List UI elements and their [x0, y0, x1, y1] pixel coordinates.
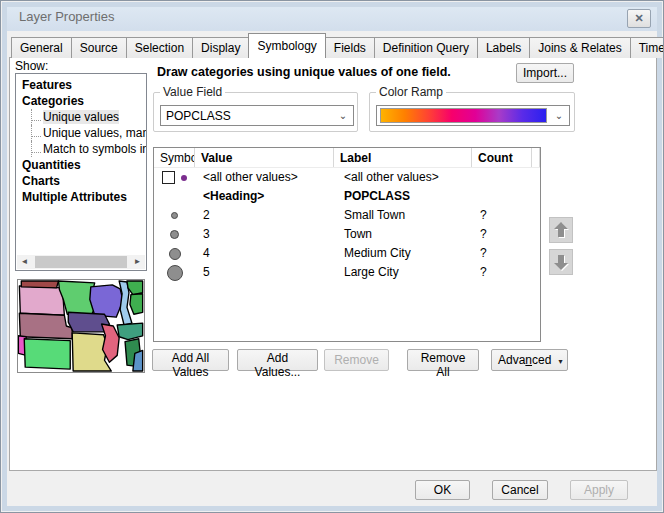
tab-bar: GeneralSourceSelectionDisplaySymbologyFi…	[11, 36, 664, 58]
count-cell: ?	[472, 263, 532, 282]
add-values-button[interactable]: Add Values...	[237, 349, 318, 371]
tree-connector-icon	[32, 117, 41, 121]
count-cell: ?	[472, 244, 532, 263]
horizontal-scrollbar[interactable]: ◄ ►	[17, 255, 145, 269]
point-symbol-icon	[169, 248, 181, 260]
symbology-map-preview	[17, 279, 145, 373]
scrollbar-thumb[interactable]	[35, 256, 127, 268]
symbol-table[interactable]: SymbolValueLabelCount <all other values>…	[153, 147, 541, 342]
label-cell: Medium City	[334, 244, 472, 263]
column-header-count[interactable]: Count	[472, 148, 532, 167]
value-cell: 5	[195, 263, 334, 282]
tree-connector-icon	[32, 133, 41, 137]
close-icon[interactable]: ✕	[627, 9, 651, 28]
count-cell: ?	[472, 225, 532, 244]
value-cell: 2	[195, 206, 334, 225]
map-region	[19, 313, 72, 338]
color-ramp-dropdown[interactable]: ⌄	[376, 105, 570, 126]
sidebar-item-features[interactable]: Features	[22, 77, 146, 93]
scroll-left-icon[interactable]: ◄	[17, 255, 32, 269]
sidebar-item-unique-values-many[interactable]: Unique values, many	[31, 125, 146, 141]
map-region	[21, 281, 58, 288]
sidebar-item-categories[interactable]: Categories	[22, 93, 146, 109]
window-title: Layer Properties	[19, 9, 114, 24]
sidebar-item-quantities[interactable]: Quantities	[22, 157, 146, 173]
map-preview-svg	[18, 280, 144, 372]
layer-properties-dialog: Layer Properties ✕ GeneralSourceSelectio…	[0, 0, 664, 513]
sidebar-item-label: Features	[22, 78, 72, 92]
tab-display[interactable]: Display	[192, 37, 249, 58]
label-cell: Town	[334, 225, 472, 244]
map-region	[90, 285, 123, 317]
panel-heading: Draw categories using unique values of o…	[157, 65, 451, 79]
move-up-button[interactable]	[549, 217, 573, 243]
column-header-symbol[interactable]: Symbol	[154, 148, 195, 167]
apply-button[interactable]: Apply	[570, 480, 628, 500]
ok-button[interactable]: OK	[415, 480, 470, 500]
label-cell: POPCLASS	[334, 187, 472, 206]
move-down-button[interactable]	[549, 249, 573, 275]
table-row[interactable]: 5Large City?	[154, 263, 540, 282]
symbol-cell[interactable]	[154, 265, 195, 281]
advanced-button[interactable]: Advanced▾	[491, 349, 568, 371]
chevron-down-icon: ⌄	[549, 110, 569, 121]
sidebar-item-label: Match to symbols in a	[43, 142, 147, 156]
sidebar-item-label: Quantities	[22, 158, 81, 172]
point-symbol-icon	[181, 175, 187, 181]
sidebar-item-label: Multiple Attributes	[22, 190, 127, 204]
symbol-cell[interactable]	[154, 212, 195, 219]
dropdown-arrow-icon: ▾	[558, 357, 562, 366]
column-header-value[interactable]: Value	[195, 148, 334, 167]
table-row[interactable]: 4Medium City?	[154, 244, 540, 263]
show-label: Show:	[15, 59, 48, 73]
sidebar-item-match-to-symbols-in-a[interactable]: Match to symbols in a	[31, 141, 146, 157]
arrow-down-icon	[552, 252, 570, 272]
all-other-values-checkbox[interactable]	[162, 171, 175, 184]
tab-selection[interactable]: Selection	[126, 37, 193, 58]
show-listbox[interactable]: FeaturesCategoriesUnique valuesUnique va…	[15, 73, 147, 271]
sidebar-item-unique-values[interactable]: Unique values	[31, 109, 146, 125]
tab-definition-query[interactable]: Definition Query	[374, 37, 478, 58]
color-ramp-group: Color Ramp ⌄	[369, 92, 575, 132]
remove-all-button[interactable]: Remove All	[407, 349, 479, 371]
symbol-table-body: <all other values><all other values><Hea…	[154, 168, 540, 282]
table-row[interactable]: <Heading>POPCLASS	[154, 187, 540, 206]
value-field-label: Value Field	[160, 85, 225, 99]
sidebar-item-label: Unique values, many	[43, 126, 147, 140]
tab-joins-relates[interactable]: Joins & Relates	[529, 37, 630, 58]
arrow-up-icon	[552, 220, 570, 240]
symbol-cell[interactable]	[154, 171, 195, 184]
value-cell: 3	[195, 225, 334, 244]
point-symbol-icon	[170, 230, 179, 239]
tab-source[interactable]: Source	[71, 37, 127, 58]
tab-symbology[interactable]: Symbology	[248, 33, 325, 58]
map-region	[133, 350, 143, 371]
import-button[interactable]: Import...	[516, 63, 574, 83]
map-region	[117, 323, 142, 340]
tab-general[interactable]: General	[11, 37, 72, 58]
value-cell: <all other values>	[195, 168, 334, 187]
symbol-table-header: SymbolValueLabelCount	[154, 148, 540, 168]
tab-time[interactable]: Time	[630, 37, 664, 58]
remove-button[interactable]: Remove	[324, 349, 389, 371]
value-field-value: POPCLASS	[161, 109, 333, 123]
column-header-label[interactable]: Label	[334, 148, 472, 167]
sidebar-item-charts[interactable]: Charts	[22, 173, 146, 189]
add-all-values-button[interactable]: Add All Values	[152, 349, 229, 371]
table-row[interactable]: <all other values><all other values>	[154, 168, 540, 187]
cancel-button[interactable]: Cancel	[492, 480, 548, 500]
scroll-right-icon[interactable]: ►	[130, 255, 145, 269]
tab-fields[interactable]: Fields	[325, 37, 375, 58]
chevron-down-icon: ⌄	[333, 110, 353, 121]
value-field-dropdown[interactable]: POPCLASS ⌄	[160, 105, 354, 126]
sidebar-item-label: Categories	[22, 94, 84, 108]
table-row[interactable]: 2Small Town?	[154, 206, 540, 225]
sidebar-item-multiple-attributes[interactable]: Multiple Attributes	[22, 189, 146, 205]
point-symbol-icon	[167, 265, 183, 281]
symbol-cell[interactable]	[154, 248, 195, 260]
symbol-cell[interactable]	[154, 230, 195, 239]
title-bar[interactable]: Layer Properties ✕	[2, 2, 662, 31]
value-cell: <Heading>	[195, 187, 334, 206]
tab-labels[interactable]: Labels	[477, 37, 530, 58]
table-row[interactable]: 3Town?	[154, 225, 540, 244]
